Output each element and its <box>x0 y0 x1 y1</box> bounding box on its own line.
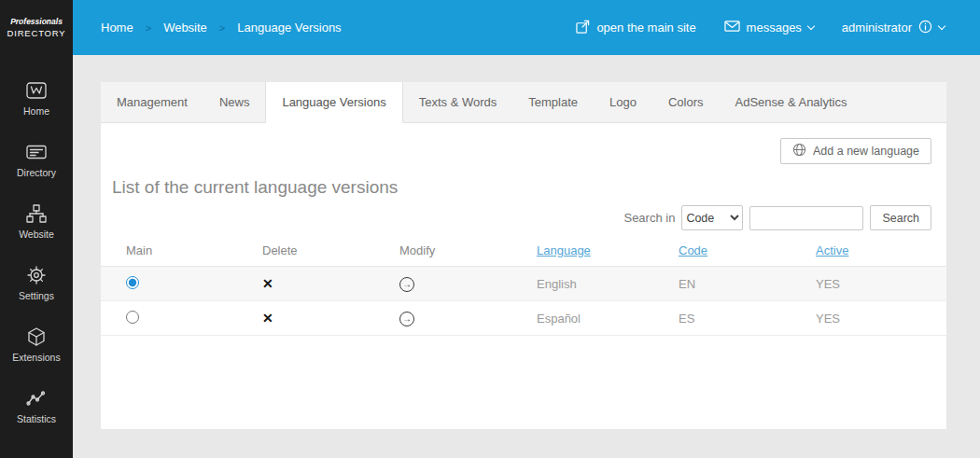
active-cell: YES <box>791 301 946 336</box>
website-sitemap-icon <box>26 203 47 224</box>
messages-menu[interactable]: messages <box>724 20 814 35</box>
sidebar-item-website[interactable]: Website <box>0 190 73 252</box>
column-header-delete: Delete <box>237 240 374 267</box>
code-cell: ES <box>653 301 791 336</box>
sidebar-item-settings[interactable]: Settings <box>0 252 73 313</box>
search-input[interactable] <box>749 206 863 230</box>
sort-link-code[interactable]: Code <box>679 243 707 257</box>
sidebar-item-statistics[interactable]: Statistics <box>0 375 73 437</box>
modify-arrow-icon[interactable]: → <box>399 277 414 292</box>
sidebar-item-label: Directory <box>17 167 56 178</box>
home-icon <box>26 80 47 101</box>
code-cell: EN <box>653 267 791 301</box>
active-cell: YES <box>791 267 946 301</box>
sidebar-nav: Home Directory Website Settings <box>0 55 73 458</box>
sidebar-item-home[interactable]: Home <box>0 67 73 129</box>
table-header-row: Main Delete Modify Language Code Active <box>101 240 946 267</box>
main-language-radio[interactable] <box>126 276 139 289</box>
tab-panel-language-versions: Add a new language List of the current l… <box>101 123 946 428</box>
breadcrumb-website[interactable]: Website <box>163 21 207 35</box>
tab-texts-words[interactable]: Texts & Words <box>403 82 513 122</box>
delete-icon[interactable]: ✕ <box>262 277 273 290</box>
breadcrumb-separator: > <box>219 22 225 34</box>
sidebar-item-label: Statistics <box>17 413 56 424</box>
sidebar-item-label: Extensions <box>12 352 60 363</box>
info-circle-icon <box>918 20 932 36</box>
open-main-site-link[interactable]: open the main site <box>576 20 695 36</box>
tab-template[interactable]: Template <box>512 82 594 122</box>
sidebar-item-label: Website <box>19 229 54 240</box>
language-versions-table: Main Delete Modify Language Code Active … <box>101 240 946 336</box>
breadcrumb-home[interactable]: Home <box>101 21 133 35</box>
breadcrumb: Home > Website > Language Versions <box>73 21 342 35</box>
delete-icon[interactable]: ✕ <box>262 312 273 325</box>
main-language-radio[interactable] <box>126 311 139 324</box>
external-link-icon <box>576 20 590 36</box>
column-header-modify: Modify <box>374 240 511 267</box>
sort-link-active[interactable]: Active <box>816 243 848 257</box>
tab-colors[interactable]: Colors <box>652 82 720 122</box>
package-box-icon <box>26 326 47 347</box>
user-label: administrator <box>842 21 912 35</box>
app-logo[interactable]: Professionals DIRECTORY <box>0 0 73 55</box>
user-menu[interactable]: administrator <box>842 20 945 36</box>
language-cell: English <box>511 267 653 301</box>
toolbar-row: Add a new language <box>101 123 946 164</box>
gear-icon <box>26 265 47 285</box>
messages-label: messages <box>747 21 802 35</box>
globe-icon <box>792 143 806 160</box>
open-main-site-label: open the main site <box>596 21 695 35</box>
tab-bar: Management News Language Versions Texts … <box>101 82 946 123</box>
chevron-down-icon <box>938 21 945 29</box>
sidebar-item-directory[interactable]: Directory <box>0 129 73 190</box>
main-content: Management News Language Versions Texts … <box>73 55 980 458</box>
search-in-label: Search in <box>623 211 675 225</box>
breadcrumb-separator: > <box>146 22 151 34</box>
modify-arrow-icon[interactable]: → <box>399 312 414 326</box>
sidebar: Professionals DIRECTORY Home Directory <box>0 0 73 458</box>
sort-link-language[interactable]: Language <box>537 243 591 257</box>
line-chart-icon <box>26 388 47 409</box>
sidebar-item-label: Home <box>23 105 49 117</box>
breadcrumb-language-versions: Language Versions <box>237 21 341 35</box>
envelope-icon <box>724 20 740 35</box>
table-row: ✕ → English EN YES <box>101 267 946 301</box>
search-column-select[interactable]: Code <box>681 205 743 230</box>
logo-line1: Professionals <box>10 17 63 26</box>
tab-logo[interactable]: Logo <box>594 82 652 122</box>
directory-icon <box>26 142 47 162</box>
sidebar-item-label: Settings <box>19 290 54 301</box>
tab-news[interactable]: News <box>203 82 266 122</box>
page-title: List of the current language versions <box>112 177 946 198</box>
add-language-button-label: Add a new language <box>813 145 919 158</box>
tab-language-versions[interactable]: Language Versions <box>265 82 402 123</box>
logo-line2: DIRECTORY <box>7 28 66 38</box>
add-language-button[interactable]: Add a new language <box>780 138 931 164</box>
sidebar-item-partial[interactable] <box>0 437 73 458</box>
table-row: ✕ → Español ES YES <box>101 301 946 336</box>
search-bar: Search in Code Search <box>101 205 931 230</box>
settings-card: Management News Language Versions Texts … <box>101 82 946 429</box>
search-button[interactable]: Search <box>870 205 931 230</box>
chevron-down-icon <box>807 21 815 29</box>
language-cell: Español <box>511 301 653 336</box>
topbar: Home > Website > Language Versions open … <box>73 0 980 55</box>
topbar-right-group: open the main site messages administrato… <box>576 20 980 36</box>
tab-management[interactable]: Management <box>101 82 203 122</box>
column-header-main: Main <box>101 240 237 267</box>
sidebar-item-extensions[interactable]: Extensions <box>0 313 73 375</box>
tab-adsense-analytics[interactable]: AdSense & Analytics <box>720 82 863 122</box>
